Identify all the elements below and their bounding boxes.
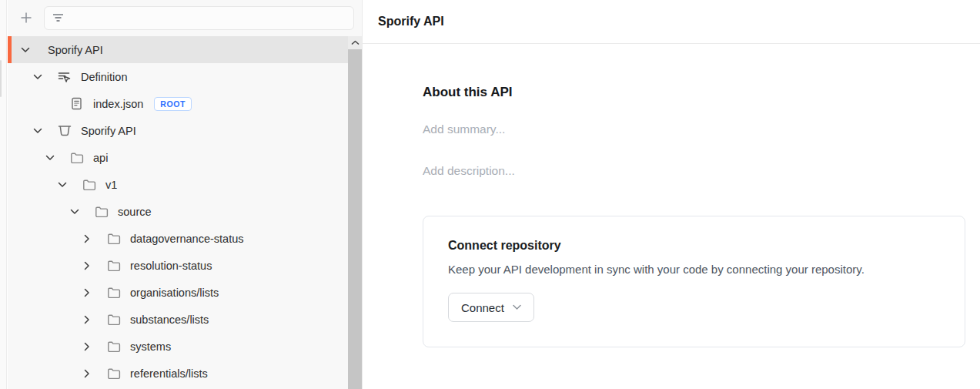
chevron-right-icon[interactable] — [82, 260, 92, 271]
chevron-right-icon[interactable] — [82, 341, 92, 352]
main-body: About this API Add summary... Add descri… — [363, 44, 980, 347]
folder-icon — [106, 367, 121, 381]
api-definition-icon — [57, 70, 72, 84]
chevron-down-icon[interactable] — [20, 45, 31, 55]
chevron-down-icon[interactable] — [32, 72, 43, 82]
tree-item-label: Definition — [81, 71, 127, 83]
chevron-down-icon — [513, 304, 521, 310]
connect-repository-card: Connect repository Keep your API develop… — [423, 216, 965, 347]
chevron-down-icon[interactable] — [69, 206, 80, 217]
tree-item-resolution-status[interactable]: resolution-status — [8, 252, 362, 279]
rail-scroll-indicator[interactable] — [0, 60, 2, 97]
file-icon — [69, 97, 84, 111]
add-file-button[interactable] — [18, 9, 35, 26]
left-rail — [0, 0, 7, 389]
folder-icon — [106, 259, 121, 273]
chevron-down-icon[interactable] — [32, 126, 43, 136]
connect-card-title: Connect repository — [448, 239, 940, 253]
tree-item-api-folder[interactable]: api — [8, 144, 362, 171]
tree-item-label: systems — [130, 340, 171, 353]
connect-card-description: Keep your API development in sync with y… — [448, 263, 940, 276]
folder-icon — [106, 232, 121, 246]
tree-item-label: organisations/lists — [130, 287, 219, 299]
connect-button[interactable]: Connect — [448, 293, 534, 322]
tree-item-substances-lists[interactable]: substances/lists — [8, 306, 362, 333]
summary-editor[interactable]: Add summary... — [423, 122, 965, 136]
page-title: Sporify API — [378, 15, 444, 29]
file-tree: Sporify API Definition index.json ROOT S… — [8, 36, 362, 389]
main-header: Sporify API — [363, 0, 980, 44]
tree-item-project-root[interactable]: Sporify API — [8, 36, 362, 63]
folder-icon — [106, 313, 121, 327]
tree-item-label: source — [118, 206, 152, 218]
chevron-right-icon[interactable] — [82, 233, 92, 244]
tree-item-label: index.json — [93, 98, 143, 110]
chevron-down-icon[interactable] — [45, 153, 55, 163]
api-bucket-icon — [57, 124, 72, 138]
file-tree-sidebar: Sporify API Definition index.json ROOT S… — [8, 0, 362, 389]
filter-files-box[interactable] — [44, 6, 354, 30]
tree-item-label: api — [93, 152, 108, 164]
filter-files-input[interactable] — [71, 12, 346, 24]
tree-item-referentials-lists[interactable]: referentials/lists — [8, 360, 362, 387]
tree-item-datagovernance-status[interactable]: datagovernance-status — [8, 225, 362, 252]
tree-item-label: referentials/lists — [130, 367, 208, 380]
sidebar-scrollbar[interactable] — [348, 36, 362, 389]
folder-icon — [69, 151, 84, 165]
tree-item-v1-folder[interactable]: v1 — [8, 171, 362, 198]
tree-item-label: substances/lists — [130, 314, 209, 326]
chevron-up-icon — [351, 40, 360, 45]
tree-item-label: Sporify API — [48, 44, 103, 56]
folder-icon — [106, 340, 121, 354]
tree-item-label: Sporify API — [81, 125, 136, 137]
folder-icon — [106, 286, 121, 300]
plus-icon — [20, 12, 32, 24]
scrollbar-up-button[interactable] — [348, 36, 362, 49]
tree-item-index-json[interactable]: index.json ROOT — [8, 90, 362, 117]
chevron-right-icon[interactable] — [82, 368, 92, 379]
chevron-down-icon[interactable] — [57, 179, 68, 190]
tree-item-api-group[interactable]: Sporify API — [8, 117, 362, 144]
tree-item-systems[interactable]: systems — [8, 333, 362, 360]
scrollbar-thumb[interactable] — [348, 49, 362, 389]
root-badge: ROOT — [154, 97, 192, 111]
tree-item-label: resolution-status — [130, 260, 212, 272]
tree-item-label: datagovernance-status — [130, 233, 244, 245]
tree-item-source-folder[interactable]: source — [8, 198, 362, 225]
sidebar-toolbar — [8, 0, 362, 35]
connect-button-label: Connect — [461, 301, 504, 314]
folder-icon — [82, 178, 96, 192]
folder-icon — [94, 205, 109, 219]
main-panel: Sporify API About this API Add summary..… — [362, 0, 980, 389]
filter-icon — [52, 12, 65, 23]
chevron-right-icon[interactable] — [82, 314, 92, 325]
tree-item-label: v1 — [105, 179, 117, 191]
tree-item-definition[interactable]: Definition — [8, 63, 362, 90]
about-section-title: About this API — [423, 85, 965, 100]
description-editor[interactable]: Add description... — [423, 164, 965, 178]
tree-item-organisations-lists[interactable]: organisations/lists — [8, 279, 362, 306]
chevron-right-icon[interactable] — [82, 287, 92, 298]
app-window: Sporify API Definition index.json ROOT S… — [0, 0, 980, 389]
